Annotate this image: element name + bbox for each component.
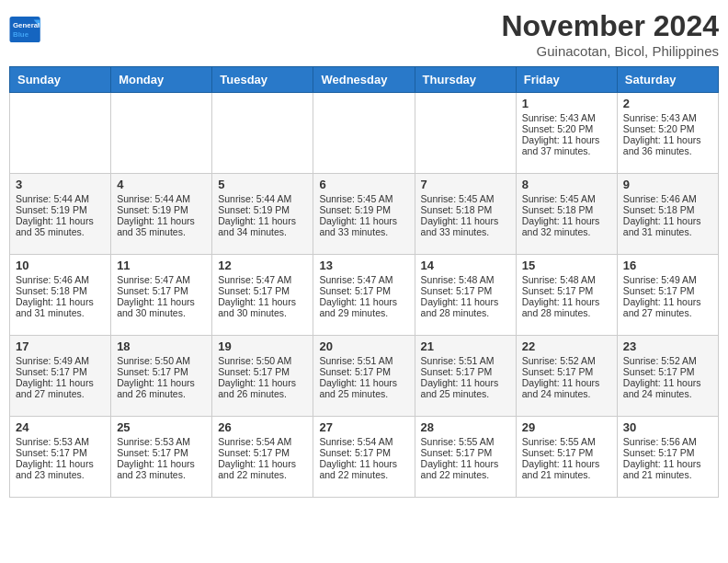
calendar-cell: 4Sunrise: 5:44 AMSunset: 5:19 PMDaylight…: [111, 174, 212, 255]
calendar-cell: 25Sunrise: 5:53 AMSunset: 5:17 PMDayligh…: [111, 417, 212, 498]
calendar-cell: 20Sunrise: 5:51 AMSunset: 5:17 PMDayligh…: [313, 336, 415, 417]
weekday-header: Wednesday: [313, 67, 415, 93]
day-info: Sunset: 5:17 PM: [117, 447, 206, 458]
day-info: Sunrise: 5:46 AM: [623, 193, 712, 204]
day-number: 15: [522, 259, 611, 272]
weekday-header: Sunday: [10, 67, 111, 93]
day-number: 4: [117, 178, 206, 191]
day-info: Daylight: 11 hours and 28 minutes.: [522, 296, 611, 318]
day-info: Sunset: 5:18 PM: [623, 204, 712, 215]
day-info: Daylight: 11 hours and 26 minutes.: [117, 377, 206, 399]
day-info: Sunrise: 5:46 AM: [16, 274, 105, 285]
day-info: Daylight: 11 hours and 28 minutes.: [421, 296, 510, 318]
day-info: Sunset: 5:17 PM: [218, 366, 307, 377]
day-info: Daylight: 11 hours and 31 minutes.: [16, 296, 105, 318]
calendar-cell: 26Sunrise: 5:54 AMSunset: 5:17 PMDayligh…: [212, 417, 313, 498]
day-info: Sunset: 5:17 PM: [117, 366, 206, 377]
day-number: 19: [218, 339, 307, 353]
day-info: Sunset: 5:18 PM: [522, 204, 611, 215]
day-info: Sunset: 5:20 PM: [522, 123, 611, 134]
day-number: 16: [623, 259, 712, 272]
calendar-cell: 6Sunrise: 5:45 AMSunset: 5:19 PMDaylight…: [313, 174, 415, 255]
calendar-cell: 15Sunrise: 5:48 AMSunset: 5:17 PMDayligh…: [516, 255, 617, 336]
calendar-cell: 1Sunrise: 5:43 AMSunset: 5:20 PMDaylight…: [516, 93, 617, 174]
day-info: Daylight: 11 hours and 36 minutes.: [623, 134, 712, 156]
day-number: 3: [16, 178, 105, 191]
day-info: Daylight: 11 hours and 37 minutes.: [522, 134, 611, 156]
day-info: Sunrise: 5:56 AM: [623, 436, 712, 447]
day-info: Sunrise: 5:50 AM: [218, 355, 307, 366]
calendar-cell: 16Sunrise: 5:49 AMSunset: 5:17 PMDayligh…: [617, 255, 718, 336]
day-number: 23: [623, 339, 712, 353]
day-info: Sunset: 5:18 PM: [16, 285, 105, 296]
day-info: Sunset: 5:17 PM: [421, 447, 510, 458]
day-number: 28: [421, 420, 510, 434]
calendar-cell: 23Sunrise: 5:52 AMSunset: 5:17 PMDayligh…: [617, 336, 718, 417]
logo: General Blue: [9, 17, 42, 42]
day-info: Sunrise: 5:49 AM: [623, 274, 712, 285]
day-info: Sunrise: 5:50 AM: [117, 355, 206, 366]
day-info: Sunrise: 5:55 AM: [421, 436, 510, 447]
day-info: Sunrise: 5:51 AM: [421, 355, 510, 366]
day-info: Sunrise: 5:44 AM: [16, 193, 105, 204]
day-number: 29: [522, 420, 611, 434]
day-number: 20: [319, 339, 408, 353]
calendar-table: SundayMondayTuesdayWednesdayThursdayFrid…: [9, 66, 719, 498]
day-info: Sunset: 5:17 PM: [421, 285, 510, 296]
day-info: Daylight: 11 hours and 30 minutes.: [218, 296, 307, 318]
svg-text:Blue: Blue: [13, 30, 29, 39]
day-info: Daylight: 11 hours and 25 minutes.: [319, 377, 408, 399]
day-info: Sunrise: 5:55 AM: [522, 436, 611, 447]
day-info: Sunrise: 5:45 AM: [522, 193, 611, 204]
day-info: Sunset: 5:17 PM: [319, 447, 408, 458]
day-info: Daylight: 11 hours and 34 minutes.: [218, 215, 307, 237]
day-info: Daylight: 11 hours and 30 minutes.: [117, 296, 206, 318]
calendar-cell: 13Sunrise: 5:47 AMSunset: 5:17 PMDayligh…: [313, 255, 415, 336]
day-info: Sunrise: 5:44 AM: [218, 193, 307, 204]
day-info: Sunrise: 5:53 AM: [117, 436, 206, 447]
day-info: Daylight: 11 hours and 31 minutes.: [623, 215, 712, 237]
day-number: 1: [522, 97, 611, 110]
day-info: Daylight: 11 hours and 26 minutes.: [218, 377, 307, 399]
day-info: Sunrise: 5:47 AM: [117, 274, 206, 285]
calendar-week-row: 17Sunrise: 5:49 AMSunset: 5:17 PMDayligh…: [10, 336, 719, 417]
calendar-cell: 5Sunrise: 5:44 AMSunset: 5:19 PMDaylight…: [212, 174, 313, 255]
weekday-header: Monday: [111, 67, 212, 93]
calendar-cell: 12Sunrise: 5:47 AMSunset: 5:17 PMDayligh…: [212, 255, 313, 336]
day-info: Daylight: 11 hours and 27 minutes.: [623, 296, 712, 318]
weekday-header: Tuesday: [212, 67, 313, 93]
logo-icon: General Blue: [9, 17, 42, 42]
page-title: November 2024: [501, 9, 719, 43]
day-info: Sunset: 5:17 PM: [623, 285, 712, 296]
day-info: Sunset: 5:17 PM: [522, 285, 611, 296]
day-info: Sunset: 5:17 PM: [522, 447, 611, 458]
day-number: 30: [623, 420, 712, 434]
calendar-cell: 17Sunrise: 5:49 AMSunset: 5:17 PMDayligh…: [10, 336, 111, 417]
day-info: Daylight: 11 hours and 35 minutes.: [16, 215, 105, 237]
calendar-cell: 11Sunrise: 5:47 AMSunset: 5:17 PMDayligh…: [111, 255, 212, 336]
day-number: 2: [623, 97, 712, 110]
day-info: Sunrise: 5:54 AM: [218, 436, 307, 447]
day-number: 13: [319, 259, 408, 272]
day-number: 5: [218, 178, 307, 191]
day-info: Sunrise: 5:45 AM: [421, 193, 510, 204]
day-number: 18: [117, 339, 206, 353]
day-info: Daylight: 11 hours and 22 minutes.: [421, 458, 510, 480]
day-info: Sunset: 5:17 PM: [421, 366, 510, 377]
day-number: 8: [522, 178, 611, 191]
calendar-cell: 18Sunrise: 5:50 AMSunset: 5:17 PMDayligh…: [111, 336, 212, 417]
calendar-cell: [415, 93, 516, 174]
calendar-cell: 19Sunrise: 5:50 AMSunset: 5:17 PMDayligh…: [212, 336, 313, 417]
calendar-cell: [313, 93, 415, 174]
day-info: Daylight: 11 hours and 29 minutes.: [319, 296, 408, 318]
day-info: Daylight: 11 hours and 25 minutes.: [421, 377, 510, 399]
day-info: Sunrise: 5:47 AM: [218, 274, 307, 285]
calendar-cell: 28Sunrise: 5:55 AMSunset: 5:17 PMDayligh…: [415, 417, 516, 498]
day-info: Sunset: 5:17 PM: [623, 447, 712, 458]
day-number: 9: [623, 178, 712, 191]
day-info: Sunrise: 5:52 AM: [522, 355, 611, 366]
day-info: Sunset: 5:19 PM: [218, 204, 307, 215]
day-number: 14: [421, 259, 510, 272]
calendar-cell: 7Sunrise: 5:45 AMSunset: 5:18 PMDaylight…: [415, 174, 516, 255]
day-info: Daylight: 11 hours and 35 minutes.: [117, 215, 206, 237]
